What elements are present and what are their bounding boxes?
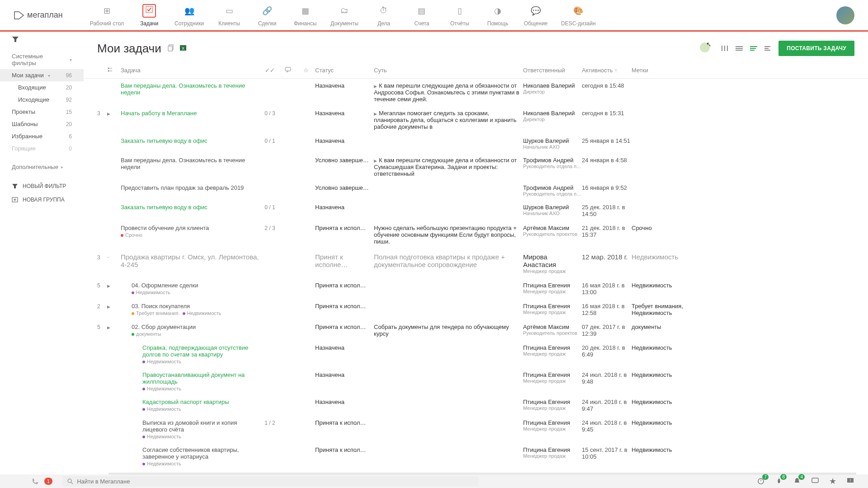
sidebar-group-system[interactable]: Системные фильтры▾ bbox=[0, 50, 84, 69]
task-responsible: Птицина Евгения bbox=[523, 344, 582, 351]
chat-icon[interactable] bbox=[811, 477, 819, 486]
task-row[interactable]: Кадастровый паспорт квартирыНедвижимость… bbox=[84, 395, 868, 416]
task-row[interactable]: Выписка из домовой книги и копия лицевог… bbox=[84, 416, 868, 443]
sidebar-item[interactable]: Входящие20 bbox=[0, 81, 84, 94]
task-title[interactable]: Продажа квартиры г. Омск, ул. Лермонтова… bbox=[121, 253, 259, 268]
col-responsible[interactable]: Ответственный bbox=[523, 67, 582, 74]
nav-item-6[interactable]: 🗂Документы bbox=[330, 4, 359, 27]
flame-icon[interactable]: 8 bbox=[775, 477, 783, 486]
task-row[interactable]: Предоставить план продаж за февраль 2019… bbox=[84, 181, 868, 200]
col-essence[interactable]: Суть bbox=[374, 67, 523, 74]
view-list-icon[interactable] bbox=[735, 45, 744, 52]
nav-item-0[interactable]: ⊞Рабочий стол bbox=[90, 4, 124, 27]
nav-item-1[interactable]: Задачи bbox=[137, 4, 162, 27]
nav-icon: ▦ bbox=[298, 4, 312, 18]
task-row[interactable]: Заказать питьевую воду в офис0 / 1Назнач… bbox=[84, 200, 868, 221]
task-row[interactable]: Вам переданы дела. Ознакомьтесь в течени… bbox=[84, 79, 868, 106]
nav-item-2[interactable]: 👥Сотрудники bbox=[175, 4, 204, 27]
task-status: Принят к исполне… bbox=[315, 253, 374, 268]
nav-item-5[interactable]: ▦Финансы bbox=[292, 4, 318, 27]
task-activity: 24 июл. 2018 г. в 9:47 bbox=[582, 399, 632, 412]
sidebar-item[interactable]: Мои задачи ▾96 bbox=[0, 69, 84, 81]
task-row[interactable]: Заказать питьевую воду в офис0 / 1Назнач… bbox=[84, 134, 868, 153]
view-list-active-icon[interactable] bbox=[750, 45, 759, 52]
sidebar-item[interactable]: Шаблоны20 bbox=[0, 118, 84, 130]
star-icon[interactable]: ★ bbox=[829, 476, 836, 486]
funnel-icon[interactable] bbox=[12, 36, 19, 42]
col-tags[interactable]: Метки bbox=[632, 67, 686, 74]
task-tags: документы bbox=[632, 324, 686, 330]
nav-item-9[interactable]: ▯Отчёты bbox=[447, 4, 472, 27]
view-compact-icon[interactable] bbox=[764, 45, 773, 52]
task-title[interactable]: Вам переданы дела. Ознакомьтесь в течени… bbox=[121, 157, 245, 170]
task-row[interactable]: 3▶Начать работу в Мегаплане0 / 3Назначен… bbox=[84, 106, 868, 134]
task-row[interactable]: Справка, подтверждающая отсутствие долго… bbox=[84, 341, 868, 368]
sidebar-item[interactable]: Проекты15 bbox=[0, 106, 84, 118]
task-title[interactable]: 03. Поиск покупателя bbox=[132, 303, 190, 310]
nav-label: Отчёты bbox=[450, 20, 469, 27]
task-group-row[interactable]: 3-Продажа квартиры г. Омск, ул. Лермонто… bbox=[84, 249, 868, 278]
col-comment-icon[interactable] bbox=[279, 67, 297, 74]
col-activity[interactable]: Активность ↑ bbox=[582, 67, 632, 74]
sidebar-item[interactable]: Исходящие92 bbox=[0, 94, 84, 106]
sidebar-group-additional[interactable]: Дополнительные▸ bbox=[0, 161, 84, 173]
nav-item-4[interactable]: 🔗Сделки bbox=[255, 4, 280, 27]
nav-icon: ▭ bbox=[222, 4, 236, 18]
task-title[interactable]: Вам переданы дела. Ознакомьтесь в течени… bbox=[121, 82, 245, 96]
top-nav: мегаплан ⊞Рабочий столЗадачи👥Сотрудники▭… bbox=[0, 0, 868, 32]
nav-label: Клиенты bbox=[218, 20, 240, 27]
task-title[interactable]: Кадастровый паспорт квартиры bbox=[142, 399, 229, 405]
task-title[interactable]: Согласие собственников квартиры, заверен… bbox=[142, 446, 239, 460]
task-activity: сегодня в 15:31 bbox=[582, 110, 632, 117]
task-activity: 16 мая 2018 г. в 12:58 bbox=[582, 303, 632, 316]
task-row[interactable]: Вам переданы дела. Ознакомьтесь в течени… bbox=[84, 153, 868, 181]
search-input[interactable] bbox=[77, 478, 474, 485]
new-group-button[interactable]: НОВАЯ ГРУППА bbox=[0, 193, 84, 206]
hierarchy-icon[interactable] bbox=[107, 67, 113, 72]
sidebar-item[interactable]: Горящие0 bbox=[0, 142, 84, 155]
task-row[interactable]: 5▶04. Оформление сделкиНедвижимостьПриня… bbox=[84, 278, 868, 299]
search-bar[interactable] bbox=[62, 476, 478, 487]
timer-icon[interactable]: 7 bbox=[757, 477, 765, 486]
task-title[interactable]: Провести обучение для клиента bbox=[121, 225, 209, 231]
col-task[interactable]: Задача bbox=[121, 67, 261, 74]
sidebar-item[interactable]: Избранные6 bbox=[0, 130, 84, 142]
view-columns-icon[interactable] bbox=[721, 45, 730, 52]
bell-icon[interactable]: 4 bbox=[793, 477, 801, 486]
task-row[interactable]: 5▶02. Сбор документациидокументыПринята … bbox=[84, 320, 868, 341]
svg-point-25 bbox=[68, 479, 71, 483]
col-check-icon[interactable]: ✓✓ bbox=[261, 67, 279, 74]
task-title[interactable]: 02. Сбор документации bbox=[132, 324, 196, 330]
nav-item-8[interactable]: ▤Счета bbox=[409, 4, 434, 27]
task-title[interactable]: Начать работу в Мегаплане bbox=[121, 110, 197, 117]
task-row[interactable]: Согласие собственников квартиры, заверен… bbox=[84, 443, 868, 470]
nav-item-11[interactable]: 💬Общение bbox=[523, 4, 548, 27]
phone-icon[interactable] bbox=[32, 478, 39, 485]
task-row[interactable]: 2▶03. Поиск покупателяТребует внимания Н… bbox=[84, 299, 868, 320]
task-title[interactable]: Заказать питьевую воду в офис bbox=[121, 204, 208, 211]
nav-item-12[interactable]: 🎨DESC-дизайн bbox=[561, 4, 596, 27]
nav-item-3[interactable]: ▭Клиенты bbox=[217, 4, 242, 27]
task-activity: 24 июл. 2018 г. в 9:45 bbox=[582, 419, 632, 433]
task-row[interactable]: Правоустанавливающий документ на жилплощ… bbox=[84, 368, 868, 395]
task-responsible: Николаев Валерий bbox=[523, 82, 582, 89]
create-task-button[interactable]: ПОСТАВИТЬ ЗАДАЧУ bbox=[778, 41, 854, 56]
task-row[interactable]: Провести обучение для клиентаСрочно2 / 3… bbox=[84, 221, 868, 249]
excel-icon[interactable]: X bbox=[179, 44, 187, 53]
task-title[interactable]: Правоустанавливающий документ на жилплощ… bbox=[142, 371, 245, 385]
task-title[interactable]: Предоставить план продаж за февраль 2019 bbox=[121, 184, 244, 191]
task-title[interactable]: Заказать питьевую воду в офис bbox=[121, 137, 208, 144]
new-filter-button[interactable]: НОВЫЙ ФИЛЬТР bbox=[0, 179, 84, 193]
task-title[interactable]: Справка, подтверждающая отсутствие долго… bbox=[142, 344, 248, 358]
nav-item-10[interactable]: ◑Помощь bbox=[485, 4, 510, 27]
task-title[interactable]: Выписка из домовой книги и копия лицевог… bbox=[142, 419, 237, 433]
avatar[interactable] bbox=[836, 6, 854, 24]
nav-item-7[interactable]: ⏱Дела bbox=[371, 4, 396, 27]
task-status: Принята к испол… bbox=[315, 282, 374, 289]
feedback-icon[interactable]: ! bbox=[846, 477, 854, 486]
task-title[interactable]: 04. Оформление сделки bbox=[132, 282, 198, 289]
col-star-icon[interactable]: ☆ bbox=[297, 67, 315, 74]
col-status[interactable]: Статус bbox=[315, 67, 374, 74]
copy-icon[interactable] bbox=[168, 44, 175, 53]
cursor-icon: ↖ bbox=[706, 41, 712, 48]
